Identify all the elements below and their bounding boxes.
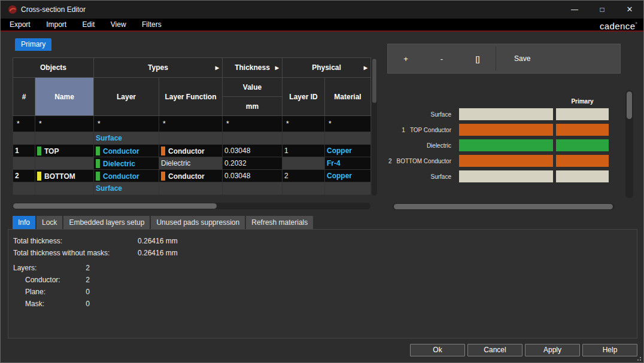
layer-table: Objects Types▶ Thickness▶ Physical▶ # Na… [13, 57, 371, 195]
cell-material[interactable] [325, 132, 371, 145]
info-value: 2 [56, 276, 90, 284]
save-button[interactable]: Save [514, 54, 530, 63]
cell-name[interactable] [35, 157, 94, 170]
cell-name[interactable]: BOTTOM [35, 170, 94, 182]
table-vertical-scrollbar[interactable] [372, 58, 377, 196]
expand-arrow-icon[interactable]: ▶ [364, 65, 367, 71]
cell-material[interactable]: Fr-4 [325, 157, 371, 170]
filter-layer[interactable]: * [94, 116, 159, 132]
filter-material[interactable]: * [325, 116, 371, 132]
cell-layer-id[interactable] [282, 157, 325, 170]
cell-num[interactable] [13, 157, 35, 170]
expand-arrow-icon[interactable]: ▶ [275, 65, 279, 71]
tab-unused-pads-suppression[interactable]: Unused pads suppression [151, 216, 245, 229]
filter-layer-id[interactable]: * [282, 116, 325, 132]
cell-value[interactable]: 0.2032 [223, 157, 282, 170]
col-header-layer-id[interactable]: Layer ID [282, 78, 325, 116]
layer-color-chip [96, 172, 100, 181]
tab-refresh-materials[interactable]: Refresh materials [246, 216, 313, 229]
preview-bar-bottom-conductor [459, 155, 553, 167]
group-header-physical[interactable]: Physical▶ [282, 58, 371, 78]
cell-layer-function[interactable]: Conductor [159, 145, 223, 157]
menu-export[interactable]: Export [3, 19, 37, 30]
cell-layer-function[interactable]: Dielectric [159, 157, 223, 170]
cell-layer-function[interactable]: Conductor [159, 170, 223, 182]
cell-material[interactable] [325, 182, 371, 195]
group-header-objects[interactable]: Objects [13, 58, 94, 78]
help-button[interactable]: Help [582, 344, 637, 356]
cell-layer[interactable]: Conductor [94, 145, 159, 157]
preview-row-label: Surface [378, 108, 451, 120]
apply-button[interactable]: Apply [525, 344, 580, 356]
scrollbar-thumb[interactable] [394, 204, 613, 209]
info-value: 2 [56, 264, 90, 272]
ok-button[interactable]: Ok [410, 344, 465, 356]
col-header-unit[interactable]: mm [223, 97, 282, 116]
minimize-icon[interactable]: — [561, 1, 588, 19]
remove-layer-button[interactable]: - [424, 54, 460, 63]
cell-value[interactable]: 0.03048 [223, 170, 282, 182]
menu-edit[interactable]: Edit [76, 19, 102, 30]
cell-layer[interactable]: Dielectric [94, 157, 159, 170]
cell-layer-function[interactable] [159, 182, 223, 195]
add-layer-button[interactable]: + [388, 54, 424, 63]
group-header-thickness[interactable]: Thickness▶ [223, 58, 282, 78]
menu-view[interactable]: View [104, 19, 133, 30]
filter-num[interactable]: * [13, 116, 35, 132]
filter-value[interactable]: * [223, 116, 282, 132]
tab-lock[interactable]: Lock [37, 216, 62, 229]
maximize-icon[interactable]: □ [588, 1, 616, 19]
cell-num[interactable] [13, 132, 35, 145]
col-header-num[interactable]: # [13, 78, 35, 116]
preview-vertical-scrollbar[interactable] [625, 90, 633, 198]
cell-num[interactable]: 1 [13, 145, 35, 157]
cell-name[interactable]: TOP [35, 145, 94, 157]
close-icon[interactable]: ✕ [616, 1, 643, 19]
cancel-button[interactable]: Cancel [467, 344, 523, 356]
filter-name[interactable]: * [35, 116, 94, 132]
cell-num[interactable] [13, 182, 35, 195]
layer-color-chip [96, 147, 100, 155]
cross-section-editor-window: Cross-section Editor — □ ✕ Export Import… [0, 0, 644, 363]
cell-material[interactable]: Copper [325, 145, 371, 157]
preview-horizontal-scrollbar[interactable] [393, 203, 614, 210]
tab-primary[interactable]: Primary [15, 38, 51, 51]
col-header-material[interactable]: Material [325, 78, 371, 116]
cell-layer-id[interactable]: 1 [282, 145, 325, 157]
group-header-types[interactable]: Types▶ [94, 58, 223, 78]
info-value: 0 [56, 300, 90, 308]
col-header-name[interactable]: Name [35, 78, 94, 116]
filter-layer-function[interactable]: * [159, 116, 223, 132]
col-header-layer-function[interactable]: Layer Function [159, 78, 223, 116]
preview-bar-top-conductor-primary [556, 124, 609, 136]
cell-value[interactable] [223, 132, 282, 145]
cell-value[interactable]: 0.03048 [223, 145, 282, 157]
tab-embedded-layers-setup[interactable]: Embedded layers setup [63, 216, 150, 229]
cell-layer-id[interactable] [282, 182, 325, 195]
tab-info[interactable]: Info [13, 216, 35, 229]
info-label: Conductor: [25, 276, 60, 284]
menu-filters[interactable]: Filters [135, 19, 168, 30]
cell-layer-function[interactable] [159, 132, 223, 145]
col-header-layer[interactable]: Layer [94, 78, 159, 116]
cell-layer-id[interactable] [282, 132, 325, 145]
expand-button[interactable]: [] [460, 54, 496, 63]
table-horizontal-scrollbar[interactable] [13, 203, 370, 209]
menu-import[interactable]: Import [40, 19, 73, 30]
resize-grip-icon[interactable] [636, 355, 641, 361]
preview-bar-surface-bottom-primary [556, 170, 609, 182]
cell-layer[interactable]: Conductor [94, 170, 159, 182]
expand-arrow-icon[interactable]: ▶ [215, 65, 219, 71]
scrollbar-thumb[interactable] [627, 91, 632, 119]
cell-material[interactable]: Copper [325, 170, 371, 182]
col-header-value[interactable]: Value [223, 78, 282, 97]
scrollbar-thumb[interactable] [372, 59, 376, 103]
cell-layer[interactable]: Surface [94, 132, 159, 145]
cell-name[interactable] [35, 132, 94, 145]
scrollbar-thumb[interactable] [13, 203, 217, 209]
cell-num[interactable]: 2 [13, 170, 35, 182]
cell-value[interactable] [223, 182, 282, 195]
cell-layer-id[interactable]: 2 [282, 170, 325, 182]
cell-layer[interactable]: Surface [94, 182, 159, 195]
cell-name[interactable] [35, 182, 94, 195]
